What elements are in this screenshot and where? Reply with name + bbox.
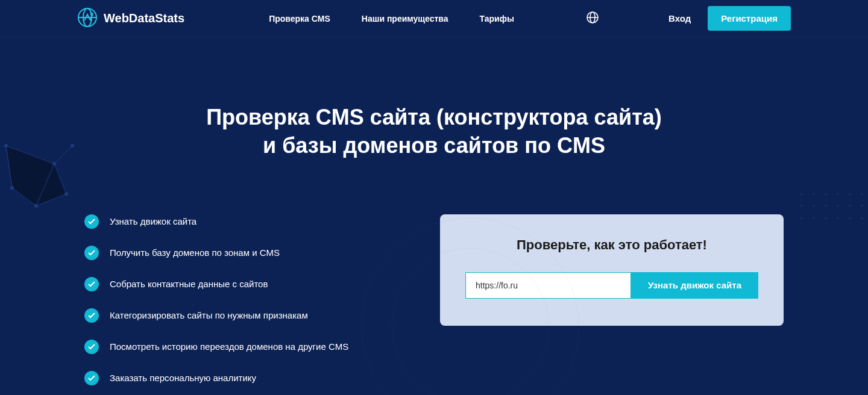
try-panel: Проверьте, как это работает! Узнать движ… <box>440 214 784 326</box>
svg-point-13 <box>813 193 815 195</box>
try-form: Узнать движок сайта <box>465 272 758 299</box>
svg-point-15 <box>837 193 839 195</box>
check-icon <box>84 277 99 291</box>
logo[interactable]: WebDataStats <box>77 7 184 30</box>
svg-point-21 <box>837 205 839 207</box>
feature-text: Категоризировать сайты по нужным признак… <box>110 310 308 320</box>
try-title: Проверьте, как это работает! <box>465 237 758 253</box>
svg-point-16 <box>849 193 851 195</box>
nav-pricing[interactable]: Тарифы <box>480 14 514 23</box>
check-icon <box>84 214 99 229</box>
svg-point-4 <box>4 144 8 148</box>
svg-point-18 <box>800 205 803 207</box>
check-engine-button[interactable]: Узнать движок сайта <box>631 272 758 299</box>
svg-point-14 <box>825 193 827 195</box>
check-icon <box>84 371 99 385</box>
hero-content: Узнать движок сайта Получить базу домено… <box>0 214 868 385</box>
register-button[interactable]: Регистрация <box>708 6 791 31</box>
feature-list: Узнать движок сайта Получить базу домено… <box>84 214 404 385</box>
logo-text: WebDataStats <box>104 11 184 25</box>
auth-actions: Вход Регистрация <box>668 6 791 31</box>
header: WebDataStats Проверка CMS Наши преимущес… <box>0 0 868 37</box>
feature-item: Категоризировать сайты по нужным признак… <box>84 308 404 323</box>
main-nav: Проверка CMS Наши преимущества Тарифы <box>269 14 514 23</box>
check-icon <box>84 246 99 260</box>
svg-point-22 <box>849 205 851 207</box>
hero-section: Проверка CMS сайта (конструктора сайта) … <box>0 37 868 385</box>
hero-title: Проверка CMS сайта (конструктора сайта) … <box>163 104 705 160</box>
svg-point-12 <box>800 193 803 195</box>
svg-point-23 <box>861 205 863 207</box>
nav-cms-check[interactable]: Проверка CMS <box>269 14 330 23</box>
svg-point-20 <box>825 205 827 207</box>
nav-advantages[interactable]: Наши преимущества <box>362 14 448 23</box>
url-input[interactable] <box>465 272 631 299</box>
feature-text: Получить базу доменов по зонам и CMS <box>110 247 280 258</box>
feature-item: Получить базу доменов по зонам и CMS <box>84 246 404 260</box>
svg-point-17 <box>861 193 863 195</box>
svg-point-6 <box>34 204 38 208</box>
svg-point-19 <box>813 205 815 207</box>
globe-icon <box>587 15 599 25</box>
feature-text: Заказать персональную аналитику <box>110 373 256 383</box>
svg-point-8 <box>64 192 68 196</box>
login-link[interactable]: Вход <box>668 13 691 23</box>
check-icon <box>84 308 99 323</box>
hero-title-line2: и базы доменов сайтов по CMS <box>263 133 605 158</box>
logo-icon <box>77 7 98 30</box>
feature-item: Заказать персональную аналитику <box>84 371 404 385</box>
svg-point-5 <box>52 162 56 166</box>
svg-point-9 <box>71 144 74 148</box>
svg-point-7 <box>10 186 14 190</box>
language-selector[interactable] <box>587 11 599 26</box>
feature-item: Узнать движок сайта <box>84 214 404 229</box>
feature-item: Посмотреть историю переездов доменов на … <box>84 340 404 354</box>
feature-text: Посмотреть историю переездов доменов на … <box>110 341 348 352</box>
feature-text: Узнать движок сайта <box>110 216 197 226</box>
hero-title-line1: Проверка CMS сайта (конструктора сайта) <box>206 105 662 129</box>
feature-text: Собрать контактные данные с сайтов <box>110 279 268 289</box>
check-icon <box>84 340 99 354</box>
feature-item: Собрать контактные данные с сайтов <box>84 277 404 291</box>
